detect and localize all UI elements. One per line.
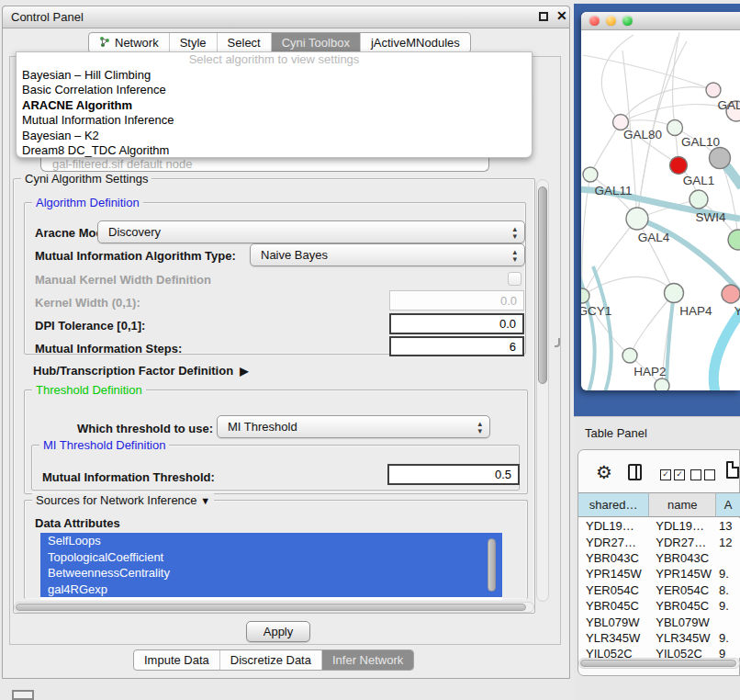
- network-node[interactable]: [667, 120, 683, 136]
- network-node[interactable]: [690, 190, 708, 209]
- table-cell: YDR27…: [648, 536, 715, 549]
- algorithm-option[interactable]: Basic Correlation Inference: [17, 83, 532, 98]
- close-icon[interactable]: ✕: [556, 8, 567, 23]
- tab-select[interactable]: Select: [218, 33, 272, 52]
- table-horizontal-scrollbar[interactable]: [578, 658, 740, 669]
- control-panel-titlebar[interactable]: [2, 6, 570, 28]
- tab-cyni-toolbox[interactable]: Cyni Toolbox: [272, 33, 361, 52]
- network-node[interactable]: [706, 83, 721, 97]
- table-panel-title: Table Panel: [585, 426, 647, 440]
- column-header-shared-name[interactable]: shared…: [578, 492, 649, 517]
- splitter-handle-icon[interactable]: [555, 338, 560, 347]
- which-threshold-combo[interactable]: MI Threshold ▴▾: [217, 415, 490, 438]
- network-tab-icon: [99, 36, 110, 51]
- network-window-titlebar[interactable]: [581, 12, 740, 30]
- select-all-columns-icon[interactable]: ✓✓: [660, 469, 685, 480]
- sources-title[interactable]: Sources for Network Inference ▼: [32, 493, 214, 507]
- table-cell: YLR345W: [578, 631, 648, 645]
- column-header-third[interactable]: A: [716, 492, 740, 517]
- data-attribute-item[interactable]: BetweennessCentrality: [40, 565, 502, 581]
- data-attributes-list: SelfLoopsTopologicalCoefficientBetweenne…: [40, 533, 502, 600]
- table-row[interactable]: YBR043CYBR043C: [578, 550, 740, 566]
- table-cell: YBL079W: [578, 615, 648, 629]
- algorithm-option[interactable]: ARACNE Algorithm: [17, 98, 532, 114]
- table-row[interactable]: YDR27…YDR27…12: [578, 534, 740, 549]
- data-attribute-item[interactable]: gal4RGexp: [40, 581, 502, 598]
- deselect-all-columns-icon[interactable]: [690, 469, 715, 480]
- network-node[interactable]: [665, 284, 684, 303]
- settings-hscroll-thumb[interactable]: [16, 604, 526, 611]
- mi-threshold-field[interactable]: 0.5: [387, 464, 520, 485]
- network-node[interactable]: [581, 288, 589, 303]
- hidden-combo-box[interactable]: gal-filtered.sif default node: [40, 156, 489, 172]
- window-title: Control Panel: [11, 10, 84, 24]
- attributes-list-scrollbar[interactable]: [488, 538, 496, 592]
- minimize-traffic-light-icon[interactable]: [606, 16, 616, 26]
- columns-icon[interactable]: [628, 464, 642, 480]
- table-row[interactable]: YBR045CYBR045C9.: [578, 598, 740, 614]
- table-row[interactable]: YDL19…YDL19…13: [578, 518, 740, 534]
- table-cell: YBR043C: [648, 551, 715, 565]
- algorithm-option[interactable]: Bayesian – Hill Climbing: [17, 68, 532, 84]
- kernel-width-field[interactable]: 0.0: [389, 290, 524, 310]
- table-row[interactable]: YPR145WYPR145W9.: [578, 566, 740, 581]
- tab-network[interactable]: Network: [89, 33, 170, 52]
- mi-type-label: Mutual Information Algorithm Type:: [35, 249, 236, 263]
- network-node[interactable]: [670, 157, 688, 175]
- tab-discretize-data[interactable]: Discretize Data: [220, 650, 322, 670]
- network-node-label: SWI4: [695, 210, 725, 224]
- gear-icon[interactable]: ⚙: [596, 463, 612, 481]
- mi-steps-field[interactable]: 6: [389, 336, 524, 356]
- bottom-tabbar: Impute Data Discretize Data Infer Networ…: [133, 649, 414, 671]
- mi-threshold-definition-title: MI Threshold Definition: [39, 438, 169, 452]
- network-node[interactable]: [583, 167, 598, 182]
- network-node[interactable]: [622, 348, 637, 363]
- settings-vertical-scrollbar[interactable]: [536, 179, 549, 602]
- mi-type-combo[interactable]: Naive Bayes ▴▾: [250, 243, 525, 266]
- tab-infer-network[interactable]: Infer Network: [322, 650, 413, 670]
- network-canvas[interactable]: GALGAL80GAL10GAL11GAL1SWI4GAL4GCY1HAP4YH…: [581, 29, 740, 390]
- file-icon[interactable]: [726, 461, 739, 479]
- dpi-tolerance-field[interactable]: 0.0: [389, 313, 524, 334]
- data-attribute-item[interactable]: TopologicalCoefficient: [40, 549, 502, 566]
- tab-jactivemnodules[interactable]: jActiveMNodules: [361, 33, 470, 52]
- table-cell: 9: [715, 647, 740, 658]
- hub-definition-toggle[interactable]: Hub/Transcription Factor Definition ▶: [33, 364, 249, 378]
- tab-style[interactable]: Style: [170, 33, 218, 52]
- algorithm-option[interactable]: Mutual Information Inference: [17, 113, 532, 129]
- network-node[interactable]: [722, 285, 740, 303]
- tab-impute-data[interactable]: Impute Data: [134, 650, 220, 670]
- network-node[interactable]: [626, 208, 648, 230]
- network-window: GALGAL80GAL10GAL11GAL1SWI4GAL4GCY1HAP4YH…: [581, 12, 740, 390]
- float-window-icon[interactable]: [539, 12, 548, 21]
- hidden-combo-text: gal-filtered.sif default node: [52, 157, 488, 171]
- table-cell: 12: [715, 536, 740, 549]
- table-hscroll-thumb[interactable]: [580, 660, 736, 667]
- zoom-traffic-light-icon[interactable]: [622, 16, 633, 26]
- table-cell: YBR045C: [648, 599, 715, 613]
- manual-kernel-label: Manual Kernel Width Definition: [35, 273, 211, 287]
- network-node-label: HAP2: [633, 365, 666, 378]
- table-row[interactable]: YIL052CYIL052C9: [578, 646, 740, 658]
- minimized-panel-icon[interactable]: [12, 690, 34, 700]
- algorithm-option[interactable]: Dream8 DC_TDC Algorithm: [17, 143, 532, 158]
- column-header-name[interactable]: name: [649, 492, 716, 517]
- network-node-label: HAP4: [679, 304, 712, 318]
- table-cell: 9.: [715, 599, 740, 613]
- settings-vscroll-thumb[interactable]: [538, 186, 547, 384]
- apply-button[interactable]: Apply: [246, 621, 310, 642]
- algorithm-option[interactable]: Bayesian – K2: [17, 129, 532, 144]
- settings-horizontal-scrollbar[interactable]: [14, 602, 534, 613]
- data-attribute-item[interactable]: SelfLoops: [40, 533, 502, 549]
- close-traffic-light-icon[interactable]: [589, 16, 600, 26]
- threshold-definition-title: Threshold Definition: [32, 383, 146, 397]
- manual-kernel-checkbox[interactable]: [508, 272, 521, 286]
- aracne-mode-combo[interactable]: Discovery ▴▾: [97, 220, 525, 243]
- table-row[interactable]: YER054CYER054C8.: [578, 582, 740, 598]
- network-node[interactable]: [655, 378, 669, 390]
- table-row[interactable]: YBL079WYBL079W: [578, 614, 740, 629]
- network-node[interactable]: [728, 230, 740, 250]
- table-row[interactable]: YLR345WYLR345W9.: [578, 630, 740, 646]
- table-cell: YIL052C: [578, 647, 648, 658]
- network-node[interactable]: [710, 148, 731, 169]
